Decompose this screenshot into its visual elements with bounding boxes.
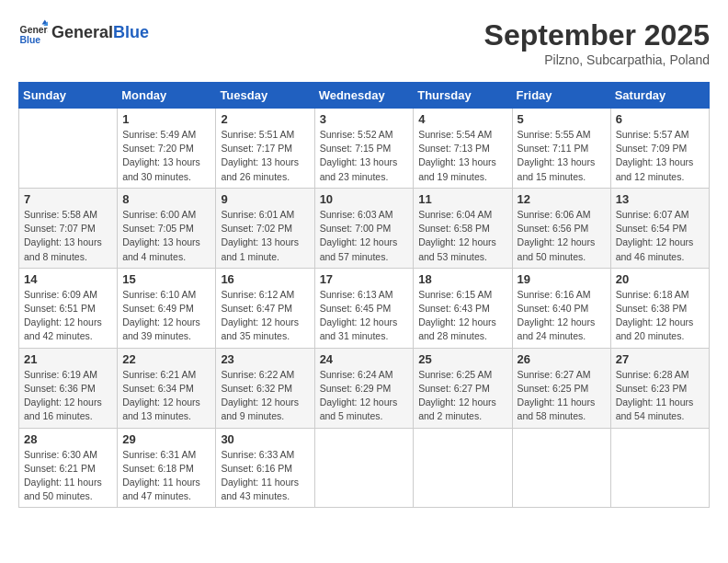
- day-header-monday: Monday: [118, 83, 216, 109]
- day-info: Sunrise: 6:30 AM Sunset: 6:21 PM Dayligh…: [24, 448, 112, 504]
- calendar-cell: 4Sunrise: 5:54 AM Sunset: 7:13 PM Daylig…: [414, 109, 512, 189]
- day-number: 7: [24, 192, 112, 206]
- day-number: 22: [122, 352, 210, 366]
- calendar-cell: [314, 428, 414, 508]
- day-info: Sunrise: 6:16 AM Sunset: 6:40 PM Dayligh…: [518, 288, 606, 344]
- day-number: 14: [24, 272, 112, 286]
- calendar-cell: 28Sunrise: 6:30 AM Sunset: 6:21 PM Dayli…: [19, 428, 118, 508]
- logo-blue: Blue: [113, 23, 149, 41]
- day-info: Sunrise: 5:55 AM Sunset: 7:11 PM Dayligh…: [518, 128, 606, 184]
- day-info: Sunrise: 6:31 AM Sunset: 6:18 PM Dayligh…: [122, 448, 210, 504]
- title-block: September 2025 Pilzno, Subcarpathia, Pol…: [484, 18, 710, 67]
- day-header-friday: Friday: [512, 83, 610, 109]
- day-info: Sunrise: 6:01 AM Sunset: 7:02 PM Dayligh…: [221, 208, 309, 264]
- day-info: Sunrise: 6:04 AM Sunset: 6:58 PM Dayligh…: [418, 208, 506, 264]
- svg-text:General: General: [20, 25, 48, 35]
- logo: General Blue GeneralBlue: [18, 18, 149, 48]
- calendar-cell: 10Sunrise: 6:03 AM Sunset: 7:00 PM Dayli…: [314, 188, 414, 268]
- day-info: Sunrise: 6:09 AM Sunset: 6:51 PM Dayligh…: [24, 288, 112, 344]
- day-number: 9: [221, 192, 309, 206]
- calendar-week-4: 21Sunrise: 6:19 AM Sunset: 6:36 PM Dayli…: [19, 348, 710, 428]
- day-info: Sunrise: 6:00 AM Sunset: 7:05 PM Dayligh…: [122, 208, 210, 264]
- calendar-cell: 22Sunrise: 6:21 AM Sunset: 6:34 PM Dayli…: [118, 348, 216, 428]
- day-number: 15: [122, 272, 210, 286]
- day-number: 5: [518, 112, 606, 126]
- day-number: 3: [320, 112, 409, 126]
- calendar-cell: 9Sunrise: 6:01 AM Sunset: 7:02 PM Daylig…: [216, 188, 314, 268]
- calendar-week-3: 14Sunrise: 6:09 AM Sunset: 6:51 PM Dayli…: [19, 268, 710, 348]
- day-header-saturday: Saturday: [610, 83, 709, 109]
- calendar-cell: 17Sunrise: 6:13 AM Sunset: 6:45 PM Dayli…: [314, 268, 414, 348]
- day-info: Sunrise: 6:03 AM Sunset: 7:00 PM Dayligh…: [320, 208, 409, 264]
- calendar-cell: 24Sunrise: 6:24 AM Sunset: 6:29 PM Dayli…: [314, 348, 414, 428]
- calendar-cell: 13Sunrise: 6:07 AM Sunset: 6:54 PM Dayli…: [610, 188, 709, 268]
- calendar-cell: 15Sunrise: 6:10 AM Sunset: 6:49 PM Dayli…: [118, 268, 216, 348]
- day-number: 2: [221, 112, 309, 126]
- calendar-cell: 20Sunrise: 6:18 AM Sunset: 6:38 PM Dayli…: [610, 268, 709, 348]
- day-number: 18: [418, 272, 506, 286]
- calendar-cell: 23Sunrise: 6:22 AM Sunset: 6:32 PM Dayli…: [216, 348, 314, 428]
- day-info: Sunrise: 6:15 AM Sunset: 6:43 PM Dayligh…: [418, 288, 506, 344]
- calendar-cell: 14Sunrise: 6:09 AM Sunset: 6:51 PM Dayli…: [19, 268, 118, 348]
- day-number: 21: [24, 352, 112, 366]
- calendar-cell: 7Sunrise: 5:58 AM Sunset: 7:07 PM Daylig…: [19, 188, 118, 268]
- calendar-cell: 3Sunrise: 5:52 AM Sunset: 7:15 PM Daylig…: [314, 109, 414, 189]
- day-info: Sunrise: 6:18 AM Sunset: 6:38 PM Dayligh…: [616, 288, 704, 344]
- day-info: Sunrise: 5:49 AM Sunset: 7:20 PM Dayligh…: [122, 128, 210, 184]
- calendar-cell: 8Sunrise: 6:00 AM Sunset: 7:05 PM Daylig…: [118, 188, 216, 268]
- calendar-table: SundayMondayTuesdayWednesdayThursdayFrid…: [18, 82, 710, 508]
- day-info: Sunrise: 6:27 AM Sunset: 6:25 PM Dayligh…: [518, 368, 606, 424]
- day-number: 20: [616, 272, 704, 286]
- day-number: 29: [122, 432, 210, 446]
- day-number: 26: [518, 352, 606, 366]
- calendar-cell: 29Sunrise: 6:31 AM Sunset: 6:18 PM Dayli…: [118, 428, 216, 508]
- day-header-tuesday: Tuesday: [216, 83, 314, 109]
- calendar-cell: 18Sunrise: 6:15 AM Sunset: 6:43 PM Dayli…: [414, 268, 512, 348]
- calendar-cell: 12Sunrise: 6:06 AM Sunset: 6:56 PM Dayli…: [512, 188, 610, 268]
- day-info: Sunrise: 6:10 AM Sunset: 6:49 PM Dayligh…: [122, 288, 210, 344]
- day-number: 19: [518, 272, 606, 286]
- day-number: 4: [418, 112, 506, 126]
- day-info: Sunrise: 6:22 AM Sunset: 6:32 PM Dayligh…: [221, 368, 309, 424]
- day-number: 10: [320, 192, 409, 206]
- calendar-cell: 6Sunrise: 5:57 AM Sunset: 7:09 PM Daylig…: [610, 109, 709, 189]
- day-info: Sunrise: 5:51 AM Sunset: 7:17 PM Dayligh…: [221, 128, 309, 184]
- day-header-thursday: Thursday: [414, 83, 512, 109]
- calendar-cell: 25Sunrise: 6:25 AM Sunset: 6:27 PM Dayli…: [414, 348, 512, 428]
- day-info: Sunrise: 5:57 AM Sunset: 7:09 PM Dayligh…: [616, 128, 704, 184]
- day-number: 12: [518, 192, 606, 206]
- month-title: September 2025: [484, 18, 710, 52]
- day-info: Sunrise: 6:21 AM Sunset: 6:34 PM Dayligh…: [122, 368, 210, 424]
- day-number: 27: [616, 352, 704, 366]
- logo-general: General: [51, 23, 113, 41]
- day-number: 30: [221, 432, 309, 446]
- day-number: 23: [221, 352, 309, 366]
- location-subtitle: Pilzno, Subcarpathia, Poland: [484, 52, 710, 67]
- calendar-cell: 11Sunrise: 6:04 AM Sunset: 6:58 PM Dayli…: [414, 188, 512, 268]
- calendar-cell: 5Sunrise: 5:55 AM Sunset: 7:11 PM Daylig…: [512, 109, 610, 189]
- calendar-week-2: 7Sunrise: 5:58 AM Sunset: 7:07 PM Daylig…: [19, 188, 710, 268]
- calendar-cell: 30Sunrise: 6:33 AM Sunset: 6:16 PM Dayli…: [216, 428, 314, 508]
- day-number: 6: [616, 112, 704, 126]
- calendar-cell: 16Sunrise: 6:12 AM Sunset: 6:47 PM Dayli…: [216, 268, 314, 348]
- calendar-cell: 26Sunrise: 6:27 AM Sunset: 6:25 PM Dayli…: [512, 348, 610, 428]
- day-info: Sunrise: 6:06 AM Sunset: 6:56 PM Dayligh…: [518, 208, 606, 264]
- day-number: 13: [616, 192, 704, 206]
- calendar-cell: 2Sunrise: 5:51 AM Sunset: 7:17 PM Daylig…: [216, 109, 314, 189]
- calendar-cell: [610, 428, 709, 508]
- day-number: 16: [221, 272, 309, 286]
- day-info: Sunrise: 6:07 AM Sunset: 6:54 PM Dayligh…: [616, 208, 704, 264]
- calendar-header-row: SundayMondayTuesdayWednesdayThursdayFrid…: [19, 83, 710, 109]
- day-number: 8: [122, 192, 210, 206]
- day-header-wednesday: Wednesday: [314, 83, 414, 109]
- calendar-cell: 27Sunrise: 6:28 AM Sunset: 6:23 PM Dayli…: [610, 348, 709, 428]
- calendar-cell: 1Sunrise: 5:49 AM Sunset: 7:20 PM Daylig…: [118, 109, 216, 189]
- day-info: Sunrise: 5:52 AM Sunset: 7:15 PM Dayligh…: [320, 128, 409, 184]
- page-header: General Blue GeneralBlue September 2025 …: [18, 18, 710, 67]
- day-info: Sunrise: 6:24 AM Sunset: 6:29 PM Dayligh…: [320, 368, 409, 424]
- day-info: Sunrise: 6:12 AM Sunset: 6:47 PM Dayligh…: [221, 288, 309, 344]
- calendar-cell: 21Sunrise: 6:19 AM Sunset: 6:36 PM Dayli…: [19, 348, 118, 428]
- day-number: 25: [418, 352, 506, 366]
- svg-text:Blue: Blue: [20, 35, 41, 45]
- calendar-cell: [19, 109, 118, 189]
